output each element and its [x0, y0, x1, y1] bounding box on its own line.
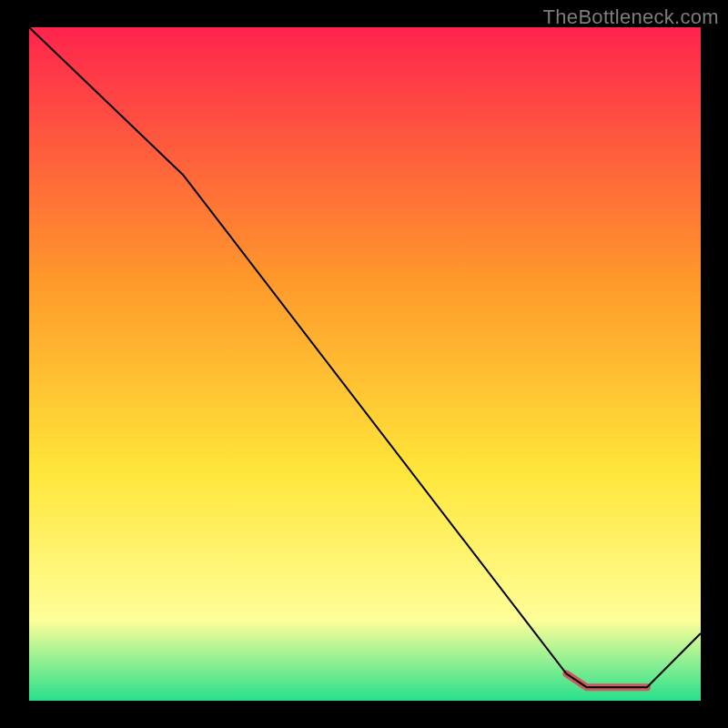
chart-container: TheBottleneck.com	[0, 0, 728, 728]
plot-background	[29, 27, 701, 701]
chart-svg	[0, 0, 728, 728]
watermark-text: TheBottleneck.com	[543, 5, 719, 29]
